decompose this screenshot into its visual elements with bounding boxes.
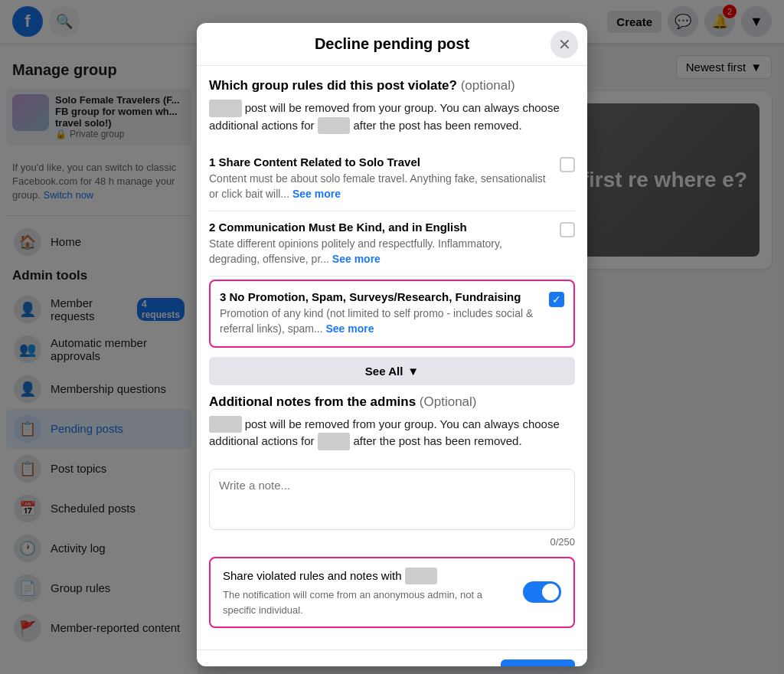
toggle-knob bbox=[542, 584, 559, 600]
modal-description: ████ post will be removed from your grou… bbox=[209, 100, 575, 134]
rule-item-3: 3 No Promotion, Spam, Surveys/Research, … bbox=[209, 280, 575, 347]
rule-item-1: 1 Share Content Related to Solo Travel C… bbox=[209, 146, 575, 211]
rule-title-2: 2 Communication Must Be Kind, and in Eng… bbox=[209, 221, 550, 234]
blurred-username-1: ████ bbox=[209, 100, 242, 117]
rule-item-2: 2 Communication Must Be Kind, and in Eng… bbox=[209, 211, 575, 276]
blurred-username-2: ████ bbox=[318, 117, 351, 135]
notes-section-title: Additional notes from the admins (Option… bbox=[209, 394, 575, 410]
share-anon-text: The notification will come from an anony… bbox=[223, 587, 514, 617]
blurred-username-5: ████ bbox=[405, 568, 438, 585]
modal-footer: Cancel Confirm bbox=[197, 649, 587, 666]
rule-checkbox-1[interactable] bbox=[560, 157, 575, 172]
decline-modal: Decline pending post ✕ Which group rules… bbox=[197, 23, 587, 666]
notes-textarea[interactable] bbox=[209, 469, 575, 530]
share-toggle[interactable] bbox=[523, 581, 561, 603]
rule-text-3: 3 No Promotion, Spam, Surveys/Research, … bbox=[220, 290, 540, 336]
rule-text-2: 2 Communication Must Be Kind, and in Eng… bbox=[209, 221, 550, 267]
share-section: Share violated rules and notes with ████… bbox=[209, 557, 575, 629]
notes-description: ████ post will be removed from your grou… bbox=[209, 416, 575, 450]
modal-body: Which group rules did this post violate?… bbox=[197, 66, 587, 649]
chevron-down-icon: ▼ bbox=[407, 365, 419, 378]
see-all-button[interactable]: See All ▼ bbox=[209, 357, 575, 385]
optional-label: (optional) bbox=[461, 78, 515, 93]
rule-checkbox-2[interactable] bbox=[560, 222, 575, 237]
blurred-username-4: ████ bbox=[318, 433, 351, 450]
confirm-button[interactable]: Confirm bbox=[501, 659, 576, 666]
rules-section-title: Which group rules did this post violate?… bbox=[209, 78, 575, 93]
share-text: Share violated rules and notes with ████… bbox=[223, 568, 514, 618]
cancel-button[interactable]: Cancel bbox=[429, 659, 491, 666]
notes-optional-label: (Optional) bbox=[420, 394, 477, 409]
blurred-username-3: ████ bbox=[209, 416, 242, 434]
rule-text-1: 1 Share Content Related to Solo Travel C… bbox=[209, 155, 550, 201]
rule-title-3: 3 No Promotion, Spam, Surveys/Research, … bbox=[220, 290, 540, 303]
rule-desc-2: State different opinions politely and re… bbox=[209, 237, 550, 267]
see-more-rule-1[interactable]: See more bbox=[292, 188, 341, 200]
rule-desc-3: Promotion of any kind (not limited to se… bbox=[220, 306, 540, 336]
see-more-rule-3[interactable]: See more bbox=[325, 322, 374, 335]
modal-title: Decline pending post bbox=[315, 35, 469, 52]
see-more-rule-2[interactable]: See more bbox=[332, 253, 381, 265]
share-title: Share violated rules and notes with ████ bbox=[223, 568, 514, 585]
modal-header: Decline pending post ✕ bbox=[197, 23, 587, 66]
modal-overlay[interactable]: Decline pending post ✕ Which group rules… bbox=[0, 0, 784, 674]
modal-close-button[interactable]: ✕ bbox=[550, 31, 578, 58]
rule-desc-1: Content must be about solo female travel… bbox=[209, 172, 550, 201]
rule-title-1: 1 Share Content Related to Solo Travel bbox=[209, 155, 550, 168]
rule-checkbox-3[interactable]: ✓ bbox=[549, 292, 564, 307]
char-count: 0/250 bbox=[209, 536, 575, 548]
